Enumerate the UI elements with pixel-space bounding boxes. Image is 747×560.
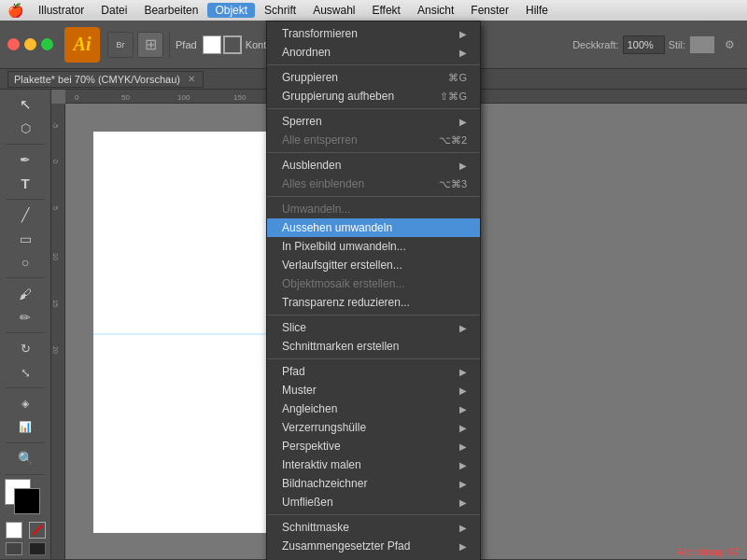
menu-section-slice: Slice ▶ Schnittmarken erstellen	[267, 315, 480, 359]
screen-mode-buttons	[2, 542, 49, 555]
apple-menu-icon[interactable]: 🍎	[7, 3, 23, 18]
none-button[interactable]	[29, 522, 46, 539]
pen-tool[interactable]: ✒	[2, 148, 49, 172]
menu-transparenz-label: Transparenz reduzieren...	[282, 296, 467, 309]
menu-verzerrung[interactable]: Verzerrungshülle ▶	[267, 418, 480, 437]
chart-tool[interactable]: 📊	[2, 416, 49, 440]
menu-gruppieren[interactable]: Gruppieren ⌘G	[267, 68, 480, 87]
text-tool[interactable]: T	[2, 172, 49, 195]
document-tab[interactable]: Plakette* bei 70% (CMYK/Vorschau) ✕	[7, 71, 204, 88]
blend-tool[interactable]: ◈	[2, 392, 49, 415]
ruler-v-4: 15	[52, 300, 59, 307]
menu-objektmosaik-label: Objektmosaik erstellen...	[282, 277, 467, 290]
menu-transformieren[interactable]: Transformieren ▶	[267, 24, 480, 43]
menu-slice[interactable]: Slice ▶	[267, 318, 480, 337]
menu-illustrator[interactable]: Illustrator	[31, 3, 92, 18]
menu-section-hide: Ausblenden ▶ Alles einblenden ⌥⌘3	[267, 153, 480, 197]
menu-interaktiv[interactable]: Interaktiv malen ▶	[267, 455, 480, 474]
menu-perspektive[interactable]: Perspektive ▶	[267, 437, 480, 455]
direct-select-tool[interactable]: ⬡	[2, 118, 49, 141]
menu-zusammengesetzter-pfad[interactable]: Zusammengesetzter Pfad ▶	[267, 537, 480, 555]
menu-umwandeln-label: Umwandeln...	[282, 203, 467, 216]
menu-bildnachzeichner-arrow: ▶	[459, 479, 467, 489]
fill-swatch[interactable]	[203, 35, 221, 54]
menu-pfad[interactable]: Pfad ▶	[267, 362, 480, 381]
menu-schnittmarken[interactable]: Schnittmarken erstellen	[267, 337, 480, 356]
menu-schrift[interactable]: Schrift	[257, 3, 303, 18]
toolpanel: ↖ ⬡ ✒ T ╱ ▭ ○ 🖌 ✏ ↻ ⤡ ◈ 📊 🔍	[0, 90, 51, 559]
menu-schnittmaske-label: Schnittmaske	[282, 521, 459, 534]
menu-ausblenden-label: Ausblenden	[282, 159, 459, 172]
br-badge[interactable]: Br	[107, 32, 134, 58]
menu-ausblenden-arrow: ▶	[459, 161, 467, 171]
menu-angleichen[interactable]: Angleichen ▶	[267, 399, 480, 418]
menu-transformieren-arrow: ▶	[459, 29, 467, 39]
shape-tool[interactable]: ▭	[2, 227, 49, 250]
menu-verlaufsgitter[interactable]: Verlaufsgitter erstellen...	[267, 256, 480, 274]
style-swatch[interactable]	[689, 35, 715, 54]
normal-mode-button[interactable]	[6, 542, 22, 555]
background-swatch[interactable]	[14, 488, 40, 514]
menu-schnittmarken-label: Schnittmarken erstellen	[282, 340, 467, 353]
menu-ansicht[interactable]: Ansicht	[410, 3, 461, 18]
menu-muster-label: Muster	[282, 384, 459, 397]
menu-aussehen-umwandeln[interactable]: Aussehen umwandeln	[267, 218, 480, 237]
ruler-vertical: -5 0 5 10 15 20	[51, 104, 65, 559]
fill-button[interactable]	[6, 522, 22, 539]
menu-section-path: Pfad ▶ Muster ▶ Angleichen ▶ Verzerrungs…	[267, 359, 480, 515]
menu-alles-einblenden[interactable]: Alles einblenden ⌥⌘3	[267, 175, 480, 193]
menu-umwandeln[interactable]: Umwandeln...	[267, 200, 480, 218]
close-window-button[interactable]	[7, 38, 20, 50]
menubar: 🍎 Illustrator Datei Bearbeiten Objekt Sc…	[0, 0, 747, 21]
ellipse-tool[interactable]: ○	[2, 251, 49, 274]
menu-zeichenflaechen[interactable]: Zeichenflächen ▶	[267, 555, 480, 560]
menu-bildnachzeichner[interactable]: Bildnachzeichner ▶	[267, 474, 480, 493]
fullscreen-mode-button[interactable]	[29, 542, 46, 555]
menu-ausblenden[interactable]: Ausblenden ▶	[267, 156, 480, 175]
menu-umfliessen[interactable]: Umfließen ▶	[267, 493, 480, 511]
paintbrush-tool[interactable]: 🖌	[2, 282, 49, 305]
menu-transparenz[interactable]: Transparenz reduzieren...	[267, 293, 480, 312]
menu-effekt[interactable]: Effekt	[364, 3, 407, 18]
arrange-btn[interactable]: ⊞	[137, 32, 163, 58]
select-tool[interactable]: ↖	[2, 93, 49, 117]
objekt-dropdown-menu: Transformieren ▶ Anordnen ▶ Gruppieren ⌘…	[266, 21, 481, 560]
maximize-window-button[interactable]	[41, 38, 53, 50]
ruler-v-1: 0	[52, 160, 59, 163]
minimize-window-button[interactable]	[24, 38, 36, 50]
menu-alle-entsperren-shortcut: ⌥⌘2	[439, 134, 467, 147]
menu-datei[interactable]: Datei	[93, 3, 134, 18]
menu-gruppierung-aufheben-label: Gruppierung aufheben	[282, 90, 421, 103]
tool-sep5	[6, 387, 45, 388]
ruler-v-0: -5	[52, 122, 59, 128]
menu-sperren[interactable]: Sperren ▶	[267, 112, 480, 131]
ruler-v-3: 10	[52, 253, 59, 260]
scale-tool[interactable]: ⤡	[2, 361, 49, 385]
rotate-tool[interactable]: ↻	[2, 337, 49, 360]
stroke-swatch[interactable]	[223, 35, 242, 54]
menu-muster[interactable]: Muster ▶	[267, 381, 480, 399]
settings-icon[interactable]: ⚙	[719, 35, 740, 55]
zoom-tool[interactable]: 🔍	[2, 447, 49, 470]
line-tool[interactable]: ╱	[2, 203, 49, 227]
menu-angleichen-label: Angleichen	[282, 402, 459, 415]
menu-objekt[interactable]: Objekt	[207, 3, 255, 18]
menu-anordnen[interactable]: Anordnen ▶	[267, 43, 480, 62]
menu-gruppierung-aufheben[interactable]: Gruppierung aufheben ⇧⌘G	[267, 87, 480, 105]
menu-bearbeiten[interactable]: Bearbeiten	[136, 3, 205, 18]
pfad-label: Pfad	[176, 39, 197, 50]
menu-fenster[interactable]: Fenster	[463, 3, 516, 18]
deckkraft-input[interactable]	[623, 35, 665, 54]
menu-schnittmaske-arrow: ▶	[459, 523, 467, 533]
menu-section-transform: Transformieren ▶ Anordnen ▶	[267, 21, 480, 65]
menu-hilfe[interactable]: Hilfe	[518, 3, 556, 18]
close-tab-button[interactable]: ✕	[188, 74, 195, 84]
menu-alle-entsperren[interactable]: Alle entsperren ⌥⌘2	[267, 131, 480, 149]
menu-pixelbild-umwandeln[interactable]: In Pixelbild umwandeln...	[267, 237, 480, 256]
menu-transformieren-label: Transformieren	[282, 27, 459, 40]
menu-objektmosaik[interactable]: Objektmosaik erstellen...	[267, 274, 480, 293]
menu-schnittmaske[interactable]: Schnittmaske ▶	[267, 518, 480, 537]
window-controls	[7, 38, 53, 50]
menu-auswahl[interactable]: Auswahl	[305, 3, 362, 18]
pencil-tool[interactable]: ✏	[2, 306, 49, 329]
